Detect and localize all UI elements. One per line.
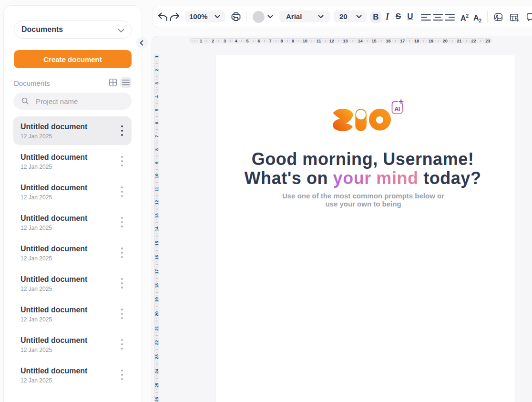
svg-text:3: 3 xyxy=(154,82,159,85)
svg-text:15: 15 xyxy=(154,241,159,246)
svg-text:7: 7 xyxy=(269,38,271,43)
svg-text:22: 22 xyxy=(471,38,476,43)
svg-text:13: 13 xyxy=(343,38,348,43)
svg-text:1: 1 xyxy=(200,38,202,43)
svg-text:22: 22 xyxy=(154,340,159,345)
svg-text:5: 5 xyxy=(154,109,159,111)
svg-text:16: 16 xyxy=(386,38,390,43)
svg-text:6: 6 xyxy=(257,38,260,43)
svg-text:8: 8 xyxy=(280,38,283,43)
svg-text:26: 26 xyxy=(154,397,159,402)
svg-text:10: 10 xyxy=(154,174,159,178)
svg-text:2: 2 xyxy=(154,69,159,72)
svg-text:21: 21 xyxy=(154,326,159,331)
svg-text:8: 8 xyxy=(154,148,159,151)
svg-text:21: 21 xyxy=(457,38,462,43)
svg-text:9: 9 xyxy=(154,162,159,164)
svg-text:17: 17 xyxy=(154,269,159,274)
svg-text:6: 6 xyxy=(154,122,159,124)
svg-text:14: 14 xyxy=(154,227,159,231)
svg-text:12: 12 xyxy=(154,200,159,205)
svg-text:19: 19 xyxy=(154,298,159,302)
svg-text:10: 10 xyxy=(303,38,307,43)
svg-text:11: 11 xyxy=(317,38,321,43)
svg-text:16: 16 xyxy=(154,255,159,260)
svg-text:13: 13 xyxy=(154,214,159,218)
svg-text:12: 12 xyxy=(329,38,334,43)
svg-text:5: 5 xyxy=(246,38,248,43)
svg-text:4: 4 xyxy=(154,95,159,98)
svg-text:9: 9 xyxy=(292,38,294,43)
svg-text:20: 20 xyxy=(443,38,448,43)
svg-text:15: 15 xyxy=(372,38,377,43)
svg-text:18: 18 xyxy=(414,38,419,43)
svg-text:25: 25 xyxy=(154,383,159,388)
svg-text:17: 17 xyxy=(400,38,405,43)
svg-text:18: 18 xyxy=(154,283,159,288)
svg-text:2: 2 xyxy=(212,38,214,43)
svg-text:19: 19 xyxy=(429,38,433,43)
svg-text:4: 4 xyxy=(235,38,237,43)
svg-text:23: 23 xyxy=(485,38,490,43)
svg-text:11: 11 xyxy=(154,187,159,192)
svg-text:24: 24 xyxy=(154,369,159,374)
svg-text:23: 23 xyxy=(154,354,159,359)
svg-text:7: 7 xyxy=(154,135,159,138)
svg-text:3: 3 xyxy=(224,38,226,43)
svg-text:1: 1 xyxy=(154,55,159,58)
svg-text:14: 14 xyxy=(358,38,363,43)
svg-text:AI: AI xyxy=(394,106,400,113)
svg-text:20: 20 xyxy=(154,311,159,316)
